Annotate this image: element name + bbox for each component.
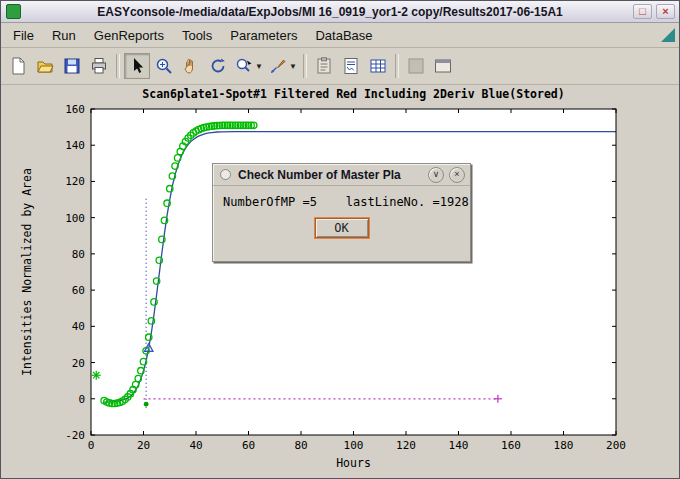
figure-page-icon[interactable] [338,53,364,79]
svg-text:-20: -20 [65,429,85,442]
svg-text:180: 180 [554,439,574,452]
zoom-in-icon[interactable] [151,53,177,79]
dialog-collapse-button[interactable]: ∨ [428,167,444,183]
menubar-grip-icon [661,28,675,42]
data-cursor-icon[interactable]: ▼ [232,53,265,79]
rotate-icon[interactable] [205,53,231,79]
svg-text:0: 0 [78,393,85,406]
close-button[interactable]: × [656,4,675,19]
menu-genreports[interactable]: GenReports [86,25,172,46]
svg-text:Hours: Hours [336,456,371,470]
menu-run[interactable]: Run [44,25,84,46]
brush-icon[interactable]: ▼ [266,53,299,79]
svg-text:60: 60 [242,439,255,452]
app-window: EASYconsole-/media/data/ExpJobs/MI 16_09… [0,0,680,479]
svg-text:200: 200 [606,439,626,452]
toolbar-separator [395,54,399,78]
open-folder-icon[interactable] [32,53,58,79]
clipboard-icon[interactable] [311,53,337,79]
dialog-button-row: OK [223,218,460,238]
svg-text:60: 60 [72,284,85,297]
titlebar: EASYconsole-/media/data/ExpJobs/MI 16_09… [1,1,679,23]
menu-tools[interactable]: Tools [174,25,220,46]
menu-database[interactable]: DataBase [307,25,380,46]
svg-text:40: 40 [189,439,202,452]
svg-text:120: 120 [396,439,416,452]
disabled-square-icon [403,53,429,79]
window-layout-icon[interactable] [430,53,456,79]
svg-text:100: 100 [344,439,364,452]
chart-canvas[interactable]: 020406080100120140160180200-200204060801… [1,85,680,478]
toolbar-separator [116,54,120,78]
grid-icon[interactable] [365,53,391,79]
svg-text:100: 100 [65,212,85,225]
dialog-body: NumberOfMP =5 lastLineNo. =1928 OK [213,186,470,238]
svg-text:0: 0 [88,439,95,452]
svg-text:Scan6plate1-Spot#1 Filtered Re: Scan6plate1-Spot#1 Filtered Red Includin… [142,87,564,101]
menu-parameters[interactable]: Parameters [222,25,305,46]
toolbar-separator [303,54,307,78]
menu-file[interactable]: File [5,25,42,46]
dialog-message: NumberOfMP =5 lastLineNo. =1928 [223,195,460,209]
svg-text:160: 160 [65,103,85,116]
restore-button[interactable]: □ [633,4,652,19]
cursor-arrow-icon[interactable] [124,53,150,79]
svg-text:140: 140 [65,139,85,152]
pan-hand-icon[interactable] [178,53,204,79]
dialog-titlebar[interactable]: Check Number of Master Pla ∨ × [213,164,470,186]
svg-text:120: 120 [65,175,85,188]
dialog-check-number-of-master-plates: Check Number of Master Pla ∨ × NumberOfM… [212,163,471,262]
window-title: EASYconsole-/media/data/ExpJobs/MI 16_09… [27,5,633,19]
toolbar: ▼ ▼ [1,48,679,85]
svg-text:80: 80 [72,248,85,261]
svg-text:160: 160 [501,439,521,452]
save-icon[interactable] [59,53,85,79]
svg-text:40: 40 [72,320,85,333]
dialog-close-button[interactable]: × [449,167,465,183]
figure-area: 020406080100120140160180200-200204060801… [1,85,679,478]
dialog-title: Check Number of Master Pla [238,168,423,182]
print-icon[interactable] [86,53,112,79]
dialog-icon [220,169,231,180]
new-document-icon[interactable] [5,53,31,79]
svg-text:20: 20 [137,439,150,452]
menubar: File Run GenReports Tools Parameters Dat… [1,23,679,48]
dialog-ok-button[interactable]: OK [315,218,369,238]
svg-text:80: 80 [294,439,307,452]
svg-text:20: 20 [72,357,85,370]
chevron-down-icon: ▼ [255,62,263,71]
svg-text:140: 140 [449,439,469,452]
app-icon [6,4,21,19]
svg-text:Intensities Normalized by Area: Intensities Normalized by Area [20,168,34,376]
chevron-down-icon: ▼ [289,62,297,71]
